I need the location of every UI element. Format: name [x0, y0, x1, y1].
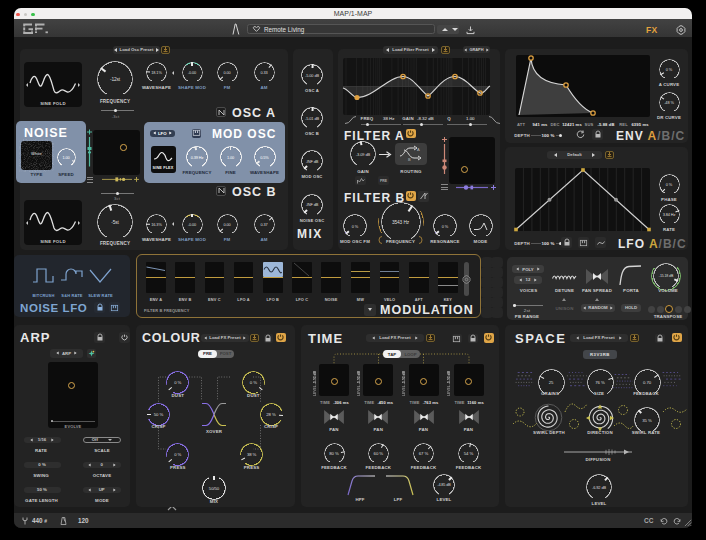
svg-text:B: B — [408, 157, 411, 162]
svg-text:A: A — [417, 147, 420, 152]
